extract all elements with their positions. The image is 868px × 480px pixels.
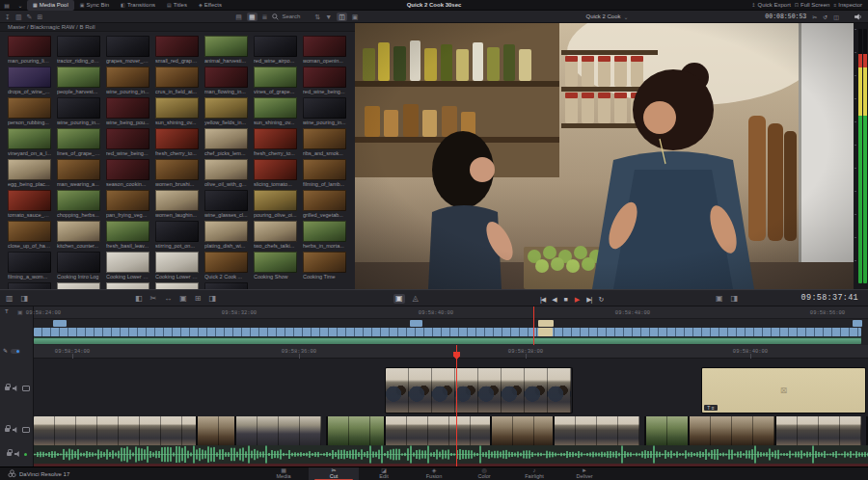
timeline-selector[interactable]: Quick 2 Cook xyxy=(585,13,620,19)
clip-info-icon[interactable]: ◫ xyxy=(337,13,347,21)
viewer-tool-undo-icon[interactable]: ↺ xyxy=(823,13,827,20)
media-clip[interactable]: Quick 2 Cook ... xyxy=(204,252,248,280)
timeline-view-icon[interactable]: ▥ xyxy=(6,295,14,303)
match-frame-icon[interactable]: ▣ xyxy=(716,295,723,303)
media-clip[interactable]: close_up_of_han... xyxy=(8,221,51,249)
media-clip[interactable]: Mille's Moments ... xyxy=(57,282,100,289)
tab-media-pool[interactable]: ▦Media Pool xyxy=(27,0,74,11)
breadcrumb[interactable]: Master / Blackmagic RAW / B Roll xyxy=(0,23,355,32)
page-cut[interactable]: ✂Cut xyxy=(309,467,359,480)
quick-export-button[interactable]: ↥Quick Export xyxy=(751,2,791,8)
insert-icon[interactable]: ⊞ xyxy=(195,295,202,303)
filter-icon[interactable]: ▼ xyxy=(325,13,332,20)
timeline-clip[interactable] xyxy=(198,416,236,445)
timeline-clip[interactable] xyxy=(386,416,492,445)
page-media[interactable]: ▦Media xyxy=(258,467,309,480)
timeline-clip[interactable] xyxy=(776,416,868,445)
timeline-selector-chevron-icon[interactable]: ⌄ xyxy=(623,13,628,20)
list-view-icon[interactable]: ≣ xyxy=(262,13,268,20)
tab-sync-bin[interactable]: ▣Sync Bin xyxy=(74,0,115,11)
media-clip[interactable]: red_wine_being... xyxy=(106,128,149,156)
media-clip[interactable]: wine_pouring_in... xyxy=(303,97,346,125)
full-screen-button[interactable]: ⊡Full Screen xyxy=(795,2,830,8)
mute-icon[interactable] xyxy=(13,427,19,433)
overview-small-clip[interactable] xyxy=(853,320,862,327)
trim-icon[interactable]: ↔ xyxy=(164,295,172,303)
page-color[interactable]: ◎Color xyxy=(459,467,509,480)
media-clip[interactable]: wine_being_pou... xyxy=(106,97,149,125)
import-media-icon[interactable]: ↧ xyxy=(5,13,11,20)
timeline-clip[interactable] xyxy=(690,416,776,445)
media-clip[interactable]: fresh_basil_leav... xyxy=(106,221,149,249)
viewer-tool-match-icon[interactable]: ◫ xyxy=(833,13,839,20)
tab-effects[interactable]: ◈Effects xyxy=(193,0,228,11)
timeline-clip[interactable] xyxy=(555,416,646,445)
timeline-clip[interactable] xyxy=(492,416,555,445)
media-clip[interactable]: plating_dish_wi... xyxy=(204,221,248,249)
search-control[interactable]: Search xyxy=(272,13,300,20)
media-clip[interactable]: yellow_fields_in... xyxy=(204,97,248,125)
media-clip[interactable]: Cooking Lower T... xyxy=(106,252,149,280)
detail-playhead-line[interactable] xyxy=(456,345,457,467)
media-clip[interactable]: Mille's Moments ... xyxy=(155,282,199,289)
media-clip[interactable]: kitchen_counter... xyxy=(57,221,100,249)
media-clip[interactable]: Cooking Show xyxy=(254,252,297,280)
media-clip[interactable]: herbs_in_morta... xyxy=(303,221,346,249)
media-clip[interactable]: two_chefs_talki... xyxy=(254,221,297,249)
media-clip[interactable]: Mille's Moments ... xyxy=(106,282,149,289)
media-clip[interactable]: Quick 2 Cook ... xyxy=(204,282,248,289)
mute-icon[interactable] xyxy=(14,451,21,457)
media-clip[interactable]: woman_openin... xyxy=(303,36,346,64)
loop-button[interactable]: ↻ xyxy=(598,296,604,303)
play-button[interactable]: ▶ xyxy=(575,296,580,303)
edit-mode-pencil-icon[interactable]: ✎ xyxy=(3,348,8,354)
media-clip[interactable]: wine_pouring_in... xyxy=(57,97,100,125)
media-clip[interactable]: red_wine_airpo... xyxy=(254,36,297,64)
track-a1-waveform[interactable] xyxy=(34,445,868,464)
media-clip[interactable]: tomato_sauce_si... xyxy=(8,190,51,218)
razor-icon[interactable]: ✂ xyxy=(150,295,157,303)
track-header-v1[interactable] xyxy=(0,427,34,433)
media-clip[interactable]: Cooking Show Int... xyxy=(8,282,51,289)
media-clip[interactable]: egg_being_plac... xyxy=(8,159,51,187)
media-clip[interactable]: person_rubbing... xyxy=(8,97,51,125)
media-clip[interactable]: chef_picks_lem... xyxy=(204,128,248,156)
page-edit[interactable]: ◪Edit xyxy=(359,467,409,480)
strip-view-icon[interactable]: ▤ xyxy=(235,13,242,20)
chevron-down-icon[interactable]: ⌄ xyxy=(14,2,27,9)
track-toggle[interactable] xyxy=(11,349,20,354)
overview-small-clip[interactable] xyxy=(53,320,67,327)
media-clip[interactable]: animal_harvesti... xyxy=(204,36,248,64)
overview-ruler[interactable]: 09:58:24:0009:58:32:0009:58:40:0009:58:4… xyxy=(34,307,868,319)
track-v1[interactable] xyxy=(34,416,868,445)
media-clip[interactable]: fresh_cherry_to... xyxy=(155,128,199,156)
media-clip[interactable]: man_pouring_liq... xyxy=(8,36,51,64)
media-clip[interactable]: pan_frying_veg... xyxy=(106,190,149,218)
tab-transitions[interactable]: ◧Transitions xyxy=(115,0,161,11)
media-clip[interactable]: sun_shining_ov... xyxy=(254,97,297,125)
add-clip-icon[interactable]: ⊞ xyxy=(37,13,42,20)
media-clip[interactable]: vines_of_grape... xyxy=(254,67,297,94)
skip-end-button[interactable]: ▶| xyxy=(586,296,591,303)
media-clip[interactable]: drops_of_wine_... xyxy=(8,67,51,94)
camera-icon[interactable]: ◨ xyxy=(731,295,739,303)
app-menu-icon[interactable]: ▤ xyxy=(0,2,14,9)
media-clip[interactable]: stirring_pot_on... xyxy=(155,221,199,249)
track-header-a1[interactable] xyxy=(0,451,34,457)
media-clip[interactable]: lines_of_grape_t... xyxy=(57,128,100,156)
media-clip[interactable]: women_brushi... xyxy=(155,159,199,187)
viewer-panel[interactable] xyxy=(355,23,854,289)
media-clip[interactable]: wine_pouring_in... xyxy=(106,67,149,94)
overview-title-clip[interactable] xyxy=(538,328,553,336)
step-back-button[interactable]: ◀ xyxy=(552,296,556,303)
media-clip[interactable]: fresh_cherry_to... xyxy=(254,128,297,156)
media-clip[interactable]: season_cookin... xyxy=(106,159,149,187)
media-clip[interactable]: man_wearing_a... xyxy=(57,159,100,187)
media-clip[interactable]: Cooking Time xyxy=(303,252,346,280)
media-clip[interactable]: wine_glasses_cl... xyxy=(204,190,248,218)
media-clip[interactable]: pouring_olive_oi... xyxy=(254,190,297,218)
media-clip[interactable]: grilled_vegetab... xyxy=(303,190,346,218)
media-clip[interactable]: man_flowing_in... xyxy=(204,67,248,94)
stop-button[interactable]: ■ xyxy=(564,296,568,303)
media-clip[interactable]: sun_shining_ov... xyxy=(155,97,199,125)
